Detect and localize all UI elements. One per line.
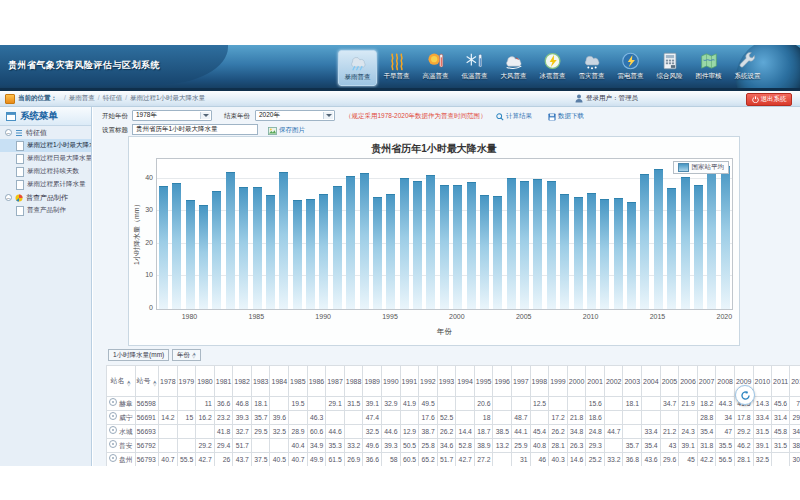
x-axis-tick: 1985	[241, 313, 271, 320]
expand-row-icon[interactable]	[109, 454, 117, 462]
x-axis-tick: 2000	[442, 313, 472, 320]
column-header-year-1996[interactable]: 1996	[493, 366, 512, 397]
column-header-year-2011[interactable]: 2011	[772, 366, 790, 397]
menu-item-暴雨过程日最大降水量[interactable]: 暴雨过程日最大降水量	[0, 152, 91, 165]
column-header-year-1993[interactable]: 1993	[437, 366, 456, 397]
value-cell: 26.3	[567, 439, 586, 453]
nav-item-高温普查[interactable]: 高温普查	[416, 50, 455, 86]
breadcrumb-separator: /	[64, 94, 66, 101]
expand-row-icon[interactable]	[109, 426, 117, 434]
unit-filter-box[interactable]: 1小时降水量(mm)	[108, 349, 169, 361]
column-header-year-1978[interactable]: 1978	[159, 366, 178, 397]
column-header-year-1997[interactable]: 1997	[512, 366, 531, 397]
column-header-year-2006[interactable]: 2006	[679, 366, 698, 397]
chart-bar-2019	[707, 163, 716, 309]
nav-item-图件审核[interactable]: 图件审核	[689, 50, 728, 86]
nav-item-低温普查[interactable]: 低温普查	[455, 50, 494, 86]
station-name: 威宁	[119, 414, 133, 421]
column-header-year-2010[interactable]: 2010	[753, 366, 772, 397]
start-year-select[interactable]: 1978年	[132, 110, 212, 121]
column-header-year-2007[interactable]: 2007	[697, 366, 716, 397]
column-header-year-2001[interactable]: 2001	[586, 366, 605, 397]
column-header-year-1995[interactable]: 1995	[474, 366, 493, 397]
column-header-year-1992[interactable]: 1992	[419, 366, 438, 397]
year-sort-box[interactable]: 年份 ▲▽	[172, 349, 201, 361]
table-row-威宁: 威宁5669114.21516.223.239.335.739.646.347.…	[107, 411, 800, 425]
chart-bar-2009	[574, 197, 583, 309]
value-cell: 39.3	[381, 439, 400, 453]
menu-item-暴雨过程1小时最大降水量[interactable]: 暴雨过程1小时最大降水量	[0, 139, 91, 152]
column-header-year-1989[interactable]: 1989	[363, 366, 382, 397]
value-cell: 26.9	[344, 453, 363, 467]
chart-x-axis-label: 年份	[156, 327, 733, 337]
expand-row-icon[interactable]	[109, 398, 117, 406]
page-icon	[16, 180, 24, 190]
nav-item-暴雨普查[interactable]: 暴雨普查	[338, 50, 377, 86]
column-header-year-1983[interactable]: 1983	[251, 366, 270, 397]
value-cell: 34.7	[660, 397, 679, 411]
breadcrumb-item[interactable]: 特征值	[103, 94, 123, 101]
nav-item-大风普查[interactable]: 大风普查	[494, 50, 533, 86]
nav-item-冰雹普查[interactable]: 冰雹普查	[533, 50, 572, 86]
column-header-year-2004[interactable]: 2004	[642, 366, 661, 397]
column-header-year-1984[interactable]: 1984	[270, 366, 289, 397]
column-header-station-id[interactable]: 站号 ▲▽	[135, 366, 158, 397]
station-name: 赫章	[119, 400, 133, 407]
value-cell: 40.5	[270, 453, 289, 467]
collapse-icon[interactable]: −	[5, 129, 12, 136]
expand-row-icon[interactable]	[109, 412, 117, 420]
column-header-year-2008[interactable]: 2008	[716, 366, 735, 397]
column-header-year-1999[interactable]: 1999	[549, 366, 568, 397]
column-header-year-1987[interactable]: 1987	[326, 366, 345, 397]
chart-bar-2002	[480, 195, 489, 309]
menu-item-暴雨过程累计降水量[interactable]: 暴雨过程累计降水量	[0, 178, 91, 191]
data-download-button[interactable]: 数据下载	[548, 112, 584, 121]
value-cell: 32.5	[363, 425, 382, 439]
save-image-button[interactable]: 保存图片	[268, 126, 305, 135]
column-header-year-1981[interactable]: 1981	[214, 366, 233, 397]
menu-item-暴雨过程持续天数[interactable]: 暴雨过程持续天数	[0, 165, 91, 178]
breadcrumb-item[interactable]: 暴雨普查	[69, 94, 95, 101]
breadcrumb-item[interactable]: 暴雨过程1小时最大降水量	[130, 94, 205, 101]
value-cell: 21.9	[679, 397, 698, 411]
logout-button[interactable]: 退出系统	[746, 93, 792, 106]
power-icon	[752, 96, 759, 103]
column-header-year-1990[interactable]: 1990	[381, 366, 400, 397]
column-header-year-1988[interactable]: 1988	[344, 366, 363, 397]
menu-group-特征值[interactable]: −特征值	[0, 126, 91, 139]
collapse-icon[interactable]: −	[5, 194, 12, 201]
column-header-year-1982[interactable]: 1982	[233, 366, 252, 397]
column-header-year-2012[interactable]: 2012	[790, 366, 800, 397]
column-header-year-2002[interactable]: 2002	[604, 366, 623, 397]
column-header-year-1980[interactable]: 1980	[196, 366, 215, 397]
value-cell	[270, 397, 289, 411]
nav-item-综合风险[interactable]: 综合风险	[650, 50, 689, 86]
column-header-year-1994[interactable]: 1994	[456, 366, 475, 397]
value-cell: 7.8	[790, 397, 800, 411]
column-header-year-1985[interactable]: 1985	[289, 366, 308, 397]
column-header-year-1979[interactable]: 1979	[177, 366, 196, 397]
end-year-select[interactable]: 2020年	[255, 110, 335, 121]
column-header-year-1991[interactable]: 1991	[400, 366, 419, 397]
column-header-year-1986[interactable]: 1986	[307, 366, 326, 397]
column-header-year-1998[interactable]: 1998	[530, 366, 549, 397]
value-cell: 42.7	[196, 453, 215, 467]
nav-item-雷电普查[interactable]: 雷电普查	[611, 50, 650, 86]
nav-item-系统设置[interactable]: 系统设置	[728, 50, 767, 86]
calc-result-button[interactable]: 计算结果	[496, 112, 532, 121]
column-header-year-2003[interactable]: 2003	[623, 366, 642, 397]
value-cell: 25.8	[419, 439, 438, 453]
value-cell: 34.9	[307, 439, 326, 453]
chart-title-input[interactable]: 贵州省历年1小时最大降水量	[132, 124, 258, 135]
column-header-year-2000[interactable]: 2000	[567, 366, 586, 397]
refresh-button[interactable]	[735, 385, 755, 405]
chart-legend: 国家站平均	[673, 161, 730, 174]
nav-item-雪灾普查[interactable]: 雪灾普查	[572, 50, 611, 86]
column-header-year-2005[interactable]: 2005	[660, 366, 679, 397]
expand-row-icon[interactable]	[109, 440, 117, 448]
nav-item-干旱普查[interactable]: 干旱普查	[377, 50, 416, 86]
menu-group-普查产品制作[interactable]: −普查产品制作	[0, 191, 91, 204]
value-cell	[344, 425, 363, 439]
menu-item-普查产品制作[interactable]: 普查产品制作	[0, 204, 91, 217]
column-header-station-name[interactable]: 站名 ▲▽	[107, 366, 136, 397]
